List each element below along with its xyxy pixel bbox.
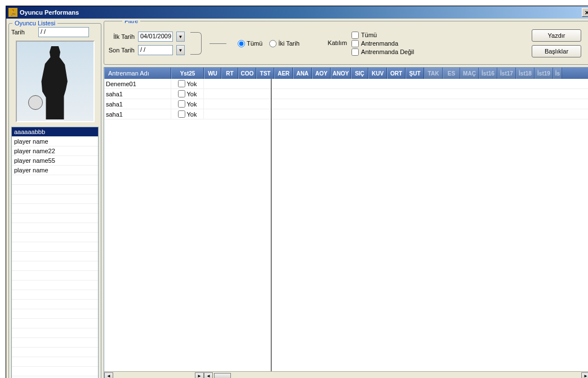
bracket-icon [190, 32, 202, 55]
column-header[interactable]: İst17 [497, 68, 516, 79]
column-header[interactable]: ORT [387, 68, 406, 79]
radio-iki-tarih[interactable]: İki Tarih [269, 40, 300, 47]
grid: Antrenman AdıYst25WURTCOOTSTAERANAAOYANO… [104, 67, 588, 378]
yst25-checkbox[interactable] [178, 90, 185, 97]
yst25-value: Yok [187, 111, 197, 118]
radio-tumu[interactable]: Tümü [238, 40, 262, 47]
yst25-checkbox[interactable] [178, 100, 185, 108]
chk-antrenmanda-label: Antrenmanda [361, 40, 398, 47]
player-item-empty [12, 214, 98, 223]
column-header[interactable]: İst18 [516, 68, 534, 79]
ball-icon [28, 95, 43, 110]
column-header[interactable]: ŞUT [406, 68, 424, 79]
close-button[interactable]: ✕ [582, 8, 588, 17]
yst25-cell[interactable]: Yok [171, 79, 204, 88]
yst25-cell[interactable]: Yok [171, 99, 204, 109]
filter-title: Filtre [122, 21, 140, 24]
training-name-cell: saha1 [104, 89, 171, 99]
yst25-value: Yok [187, 81, 197, 87]
column-header[interactable]: MAÇ [460, 68, 479, 79]
scroll-thumb[interactable] [214, 373, 231, 379]
training-name-cell: saha1 [104, 109, 171, 119]
column-header[interactable]: İs [553, 68, 562, 79]
player-item[interactable]: player name22 [12, 146, 98, 156]
column-header[interactable]: KUV [368, 68, 387, 79]
column-header[interactable]: İst19 [534, 68, 553, 79]
player-item[interactable]: player name [12, 166, 98, 175]
son-tarih-dropdown-icon[interactable]: ▼ [176, 45, 185, 55]
scroll-right-seg1-icon[interactable]: ► [195, 372, 204, 379]
column-header[interactable]: TST [256, 68, 274, 79]
grid-body[interactable]: Deneme01Yoksaha1Yoksaha1Yoksaha1Yok [104, 79, 588, 371]
date-input[interactable]: / / [38, 27, 89, 37]
yst25-checkbox[interactable] [178, 110, 185, 118]
table-row[interactable]: Deneme01Yok [104, 79, 588, 89]
column-header[interactable]: SIÇ [351, 68, 368, 79]
ilk-tarih-label: İlk Tarih [108, 33, 135, 40]
column-header[interactable]: AER [274, 68, 293, 79]
column-header[interactable]: ANOY [331, 68, 351, 79]
chk-antrenmanda[interactable]: Antrenmanda [351, 40, 414, 47]
table-row[interactable]: saha1Yok [104, 109, 588, 119]
chk-antrenmanda-degil[interactable]: Antrenmanda Değil [351, 48, 414, 56]
yazdir-button[interactable]: Yazdır [532, 29, 581, 42]
ilk-tarih-input[interactable]: 04/01/2009 [138, 32, 173, 42]
scroll-right-icon[interactable]: ► [581, 372, 588, 379]
chk-tumu[interactable]: Tümü [351, 32, 414, 39]
player-list-group: Oyuncu Listesi Tarih / / aaaaaabbbplayer… [8, 23, 101, 378]
player-item-empty [12, 271, 98, 281]
column-header[interactable]: ES [443, 68, 460, 79]
radio-iki-tarih-label: İki Tarih [278, 40, 300, 47]
filter-group: Filtre İlk Tarih 04/01/2009▼ Son Tarih /… [104, 21, 588, 65]
right-panel: Filtre İlk Tarih 04/01/2009▼ Son Tarih /… [104, 21, 588, 378]
yst25-cell[interactable]: Yok [171, 109, 204, 119]
scroll-left-icon[interactable]: ◄ [104, 372, 113, 379]
player-list-title: Oyuncu Listesi [12, 20, 57, 26]
column-header[interactable]: AOY [312, 68, 331, 79]
window-title: Oyuncu Performans [20, 9, 582, 16]
filter-dates: İlk Tarih 04/01/2009▼ Son Tarih / /▼ [108, 32, 185, 55]
column-header[interactable]: RT [221, 68, 238, 79]
yst25-checkbox[interactable] [178, 80, 185, 87]
player-item-empty [12, 233, 98, 242]
scrollbar[interactable]: ◄ ► ◄ ► [104, 371, 588, 378]
radio-tumu-label: Tümü [247, 40, 262, 47]
column-header[interactable]: COO [238, 68, 256, 79]
player-item-empty [12, 175, 98, 185]
column-header[interactable]: WU [204, 68, 221, 79]
player-item-empty [12, 328, 98, 338]
katilim-label: Katılım [328, 32, 347, 56]
column-header[interactable]: TAK [424, 68, 443, 79]
ilk-tarih-dropdown-icon[interactable]: ▼ [176, 32, 185, 42]
window-body: Oyuncu Listesi Tarih / / aaaaaabbbplayer… [6, 19, 588, 378]
tick-icon [210, 43, 226, 44]
training-name-cell: saha1 [104, 99, 171, 109]
column-header[interactable]: Yst25 [171, 68, 204, 79]
player-list[interactable]: aaaaaabbbplayer nameplayer name22player … [11, 127, 99, 378]
son-tarih-label: Son Tarih [108, 47, 135, 54]
table-row[interactable]: saha1Yok [104, 89, 588, 99]
chk-antrenmanda-degil-label: Antrenmanda Değil [361, 48, 414, 55]
player-item[interactable]: player name55 [12, 156, 98, 166]
column-header[interactable]: İst16 [479, 68, 497, 79]
player-item[interactable]: player name [12, 137, 98, 146]
chk-tumu-label: Tümü [361, 32, 377, 38]
column-header[interactable]: ANA [293, 68, 312, 79]
player-item[interactable]: aaaaaabbb [12, 127, 98, 137]
yst25-value: Yok [187, 101, 197, 108]
player-item-empty [12, 261, 98, 271]
basliklar-button[interactable]: Başlıklar [532, 45, 581, 57]
player-item-empty [12, 338, 98, 348]
yst25-cell[interactable]: Yok [171, 89, 204, 99]
table-row[interactable]: saha1Yok [104, 99, 588, 109]
radio-group: Tümü İki Tarih [238, 40, 300, 47]
left-panel: Oyuncu Listesi Tarih / / aaaaaabbbplayer… [8, 21, 101, 378]
player-item-empty [12, 204, 98, 214]
date-label: Tarih [11, 29, 34, 35]
player-image [16, 41, 95, 122]
player-item-empty [12, 185, 98, 194]
son-tarih-input[interactable]: / / [138, 45, 173, 55]
date-row: Tarih / / [11, 27, 99, 37]
scroll-left-seg2-icon[interactable]: ◄ [204, 372, 213, 379]
column-header[interactable]: Antrenman Adı [104, 68, 171, 79]
